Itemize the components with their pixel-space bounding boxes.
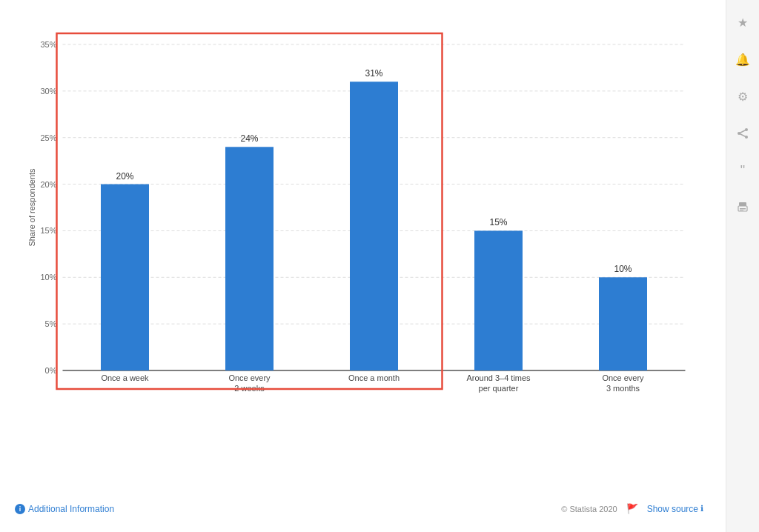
share-icon[interactable] [732, 122, 754, 144]
quote-icon[interactable]: " [732, 159, 754, 182]
footer-right: © Statista 2020 🚩 Show source ℹ [561, 503, 703, 514]
svg-text:15%: 15% [489, 217, 507, 227]
svg-text:3 months: 3 months [606, 384, 640, 393]
bar [599, 277, 647, 370]
bar [350, 82, 398, 370]
svg-text:20%: 20% [40, 180, 56, 189]
bar [101, 184, 149, 370]
svg-text:15%: 15% [40, 226, 56, 235]
gear-icon[interactable]: ⚙ [732, 85, 754, 107]
svg-text:Share of respondents: Share of respondents [27, 168, 36, 247]
sidebar: ★ 🔔 ⚙ " [726, 0, 759, 532]
show-source-label: Show source [647, 504, 698, 514]
svg-rect-35 [739, 202, 746, 206]
svg-text:0%: 0% [45, 366, 57, 375]
statista-credit: © Statista 2020 [561, 505, 617, 513]
additional-info-link[interactable]: i Additional Information [15, 504, 114, 514]
page-container: 35%30%25%20%15%10%5%0%Share of responden… [0, 0, 759, 532]
svg-rect-37 [740, 208, 746, 210]
svg-line-33 [739, 130, 746, 133]
bar [474, 230, 523, 370]
bell-icon[interactable]: 🔔 [732, 48, 754, 70]
info-icon: i [15, 504, 25, 514]
svg-text:31%: 31% [365, 68, 382, 79]
additional-info-label: Additional Information [28, 504, 114, 514]
footer: i Additional Information © Statista 2020… [15, 497, 703, 517]
show-source-info-icon: ℹ [700, 504, 703, 513]
print-icon[interactable] [732, 196, 754, 219]
svg-text:35%: 35% [40, 40, 56, 49]
show-source-link[interactable]: Show source ℹ [647, 504, 703, 514]
svg-text:30%: 30% [40, 87, 56, 96]
svg-text:20%: 20% [116, 171, 133, 182]
svg-text:Once every: Once every [228, 373, 271, 382]
svg-line-34 [739, 133, 746, 137]
svg-text:5%: 5% [45, 319, 57, 328]
svg-text:Once a week: Once a week [101, 373, 149, 382]
svg-text:Once every: Once every [602, 373, 644, 382]
chart-box: 35%30%25%20%15%10%5%0%Share of responden… [15, 22, 703, 490]
svg-text:24%: 24% [240, 133, 258, 144]
flag-icon: 🚩 [626, 503, 638, 514]
svg-rect-38 [740, 210, 743, 211]
svg-text:Once a month: Once a month [348, 373, 400, 382]
main-content: 35%30%25%20%15%10%5%0%Share of responden… [0, 0, 726, 532]
star-icon[interactable]: ★ [732, 11, 754, 33]
svg-text:Around 3–4 times: Around 3–4 times [466, 373, 531, 382]
svg-text:25%: 25% [40, 133, 56, 142]
bar [225, 147, 274, 370]
svg-text:10%: 10% [40, 273, 56, 282]
svg-text:10%: 10% [614, 264, 632, 274]
chart-container: 35%30%25%20%15%10%5%0%Share of responden… [15, 15, 703, 497]
svg-text:per quarter: per quarter [479, 384, 519, 393]
